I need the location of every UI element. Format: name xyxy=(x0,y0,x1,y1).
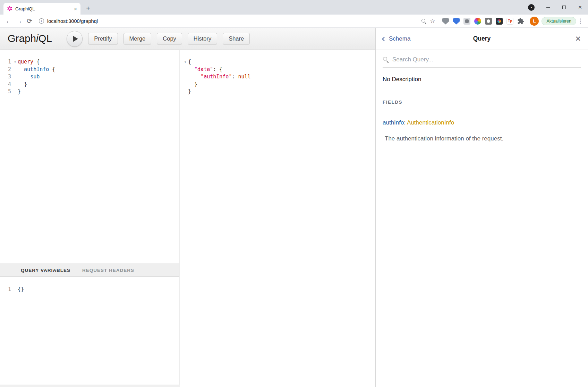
browser-tab[interactable]: GraphiQL × xyxy=(3,3,80,15)
share-button[interactable]: Share xyxy=(223,33,250,44)
profile-avatar[interactable]: L xyxy=(530,17,539,26)
extension-square-icon[interactable] xyxy=(463,18,470,25)
graphiql-logo: GraphiQL xyxy=(8,33,52,44)
graphiql-app: GraphiQL Prettify Merge Copy History Sha… xyxy=(0,28,375,387)
extension-camera-icon[interactable] xyxy=(485,18,492,25)
back-button[interactable]: ← xyxy=(3,16,14,26)
info-icon[interactable]: i xyxy=(39,18,44,24)
chevron-left-icon xyxy=(382,37,386,41)
browser-tab-strip: GraphiQL × + ▾ ✕ xyxy=(0,0,588,15)
query-editor[interactable]: 1▾query {2 authInfo {3 sub4 }5} xyxy=(0,50,179,264)
query-pane: 1▾query {2 authInfo {3 sub4 }5} QUERY VA… xyxy=(0,50,180,387)
merge-button[interactable]: Merge xyxy=(123,33,152,44)
doc-explorer: Query Schema ✕ No Description FIELDS aut… xyxy=(375,28,588,387)
extension-blue-shield-icon[interactable] xyxy=(453,18,460,25)
doc-back-link[interactable]: Schema xyxy=(383,35,410,42)
zoom-icon[interactable] xyxy=(421,18,427,24)
field-type-link[interactable]: AuthenticationInfo xyxy=(407,119,454,126)
forward-button[interactable]: → xyxy=(14,16,24,26)
field-name-link[interactable]: authInfo xyxy=(383,119,404,126)
update-button[interactable]: Aktualisieren xyxy=(542,17,576,25)
editor-area: 1▾query {2 authInfo {3 sub4 }5} QUERY VA… xyxy=(0,50,375,387)
new-tab-button[interactable]: + xyxy=(83,3,93,13)
execute-button[interactable] xyxy=(67,31,83,47)
extensions-row: Tp xyxy=(442,18,524,25)
history-button[interactable]: History xyxy=(188,33,217,44)
browser-navbar: ← → ⟳ i localhost:3000/graphql ☆ Tp L Ak… xyxy=(0,15,588,28)
doc-back-label: Schema xyxy=(389,35,410,42)
doc-close-button[interactable]: ✕ xyxy=(575,35,581,42)
tab-search-icon[interactable]: ▾ xyxy=(528,4,535,11)
maximize-icon xyxy=(562,6,566,9)
variables-title-bar: QUERY VARIABLES REQUEST HEADERS xyxy=(0,264,179,277)
copy-button[interactable]: Copy xyxy=(157,33,182,44)
tab-request-headers[interactable]: REQUEST HEADERS xyxy=(82,268,134,273)
doc-search-input[interactable] xyxy=(392,56,581,63)
minimize-icon xyxy=(546,7,550,8)
doc-field-row: authInfo: AuthenticationInfo xyxy=(383,119,581,126)
extension-tp-icon[interactable]: Tp xyxy=(506,18,513,25)
variables-editor[interactable]: 1{} xyxy=(0,277,179,387)
play-icon xyxy=(73,36,78,42)
type-description: No Description xyxy=(383,76,581,83)
prettify-button[interactable]: Prettify xyxy=(88,33,118,44)
field-colon: : xyxy=(404,119,406,126)
close-window-button[interactable]: ✕ xyxy=(572,0,588,15)
minimize-button[interactable] xyxy=(540,0,556,15)
tab-close-icon[interactable]: × xyxy=(74,6,77,11)
result-pane: ▾{ "data": { "authInfo": null }} xyxy=(180,50,375,387)
extension-color-wheel-icon[interactable] xyxy=(474,18,481,25)
extension-dark-icon[interactable] xyxy=(496,18,503,25)
tab-title: GraphiQL xyxy=(15,6,71,11)
doc-explorer-header: Query Schema ✕ xyxy=(376,28,588,50)
maximize-button[interactable] xyxy=(556,0,572,15)
address-bar[interactable]: i localhost:3000/graphql ☆ xyxy=(35,16,439,26)
window-caption-controls: ▾ ✕ xyxy=(528,0,588,15)
graphql-favicon-icon xyxy=(7,6,12,11)
fields-section-header: FIELDS xyxy=(383,100,581,105)
browser-menu-icon[interactable]: ⋮ xyxy=(576,17,585,25)
field-description: The authentication information of the re… xyxy=(383,135,581,142)
reload-button[interactable]: ⟳ xyxy=(24,16,35,26)
tab-query-variables[interactable]: QUERY VARIABLES xyxy=(21,268,70,273)
extensions-puzzle-icon[interactable] xyxy=(517,18,524,25)
bookmark-star-icon[interactable]: ☆ xyxy=(430,17,435,25)
graphiql-toolbar: GraphiQL Prettify Merge Copy History Sha… xyxy=(0,28,375,50)
doc-explorer-body: No Description FIELDS authInfo: Authenti… xyxy=(376,76,588,142)
search-icon xyxy=(383,57,389,63)
url-text[interactable]: localhost:3000/graphql xyxy=(47,18,418,24)
horizontal-scrollbar[interactable] xyxy=(0,385,180,387)
extension-shield-icon[interactable] xyxy=(442,18,449,25)
doc-search-bar xyxy=(383,56,581,68)
response-viewer[interactable]: ▾{ "data": { "authInfo": null }} xyxy=(182,50,375,96)
